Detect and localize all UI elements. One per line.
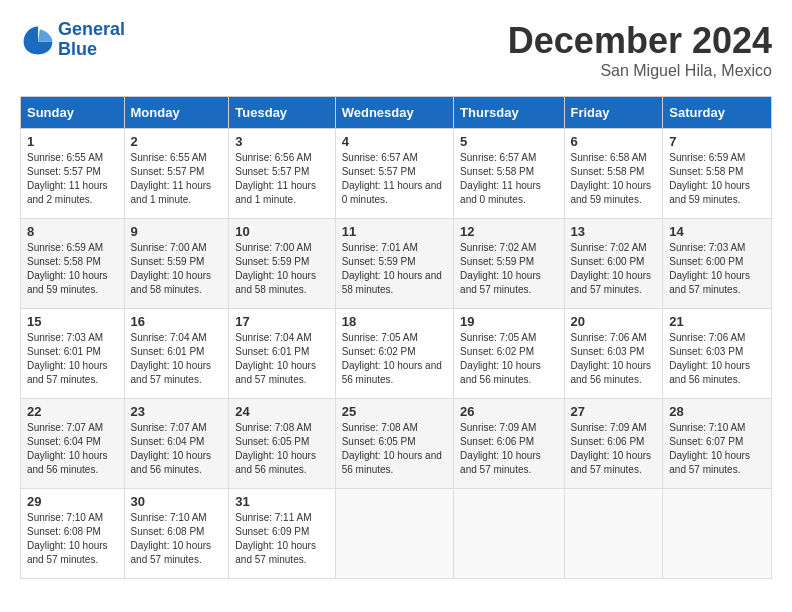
calendar-cell: 5Sunrise: 6:57 AMSunset: 5:58 PMDaylight… bbox=[454, 129, 564, 219]
calendar-cell: 15Sunrise: 7:03 AMSunset: 6:01 PMDayligh… bbox=[21, 309, 125, 399]
day-number: 8 bbox=[27, 224, 118, 239]
calendar-cell: 31Sunrise: 7:11 AMSunset: 6:09 PMDayligh… bbox=[229, 489, 335, 579]
week-row-2: 8Sunrise: 6:59 AMSunset: 5:58 PMDaylight… bbox=[21, 219, 772, 309]
day-info: Sunrise: 7:01 AMSunset: 5:59 PMDaylight:… bbox=[342, 241, 447, 297]
day-number: 7 bbox=[669, 134, 765, 149]
day-info: Sunrise: 7:00 AMSunset: 5:59 PMDaylight:… bbox=[235, 241, 328, 297]
calendar-body: 1Sunrise: 6:55 AMSunset: 5:57 PMDaylight… bbox=[21, 129, 772, 579]
calendar-cell: 3Sunrise: 6:56 AMSunset: 5:57 PMDaylight… bbox=[229, 129, 335, 219]
calendar-cell: 27Sunrise: 7:09 AMSunset: 6:06 PMDayligh… bbox=[564, 399, 663, 489]
day-info: Sunrise: 7:02 AMSunset: 6:00 PMDaylight:… bbox=[571, 241, 657, 297]
col-monday: Monday bbox=[124, 97, 229, 129]
day-info: Sunrise: 7:08 AMSunset: 6:05 PMDaylight:… bbox=[235, 421, 328, 477]
day-number: 25 bbox=[342, 404, 447, 419]
day-info: Sunrise: 7:03 AMSunset: 6:01 PMDaylight:… bbox=[27, 331, 118, 387]
calendar-cell: 23Sunrise: 7:07 AMSunset: 6:04 PMDayligh… bbox=[124, 399, 229, 489]
calendar-cell: 1Sunrise: 6:55 AMSunset: 5:57 PMDaylight… bbox=[21, 129, 125, 219]
day-number: 28 bbox=[669, 404, 765, 419]
day-number: 26 bbox=[460, 404, 557, 419]
day-info: Sunrise: 6:55 AMSunset: 5:57 PMDaylight:… bbox=[131, 151, 223, 207]
week-row-3: 15Sunrise: 7:03 AMSunset: 6:01 PMDayligh… bbox=[21, 309, 772, 399]
day-info: Sunrise: 7:07 AMSunset: 6:04 PMDaylight:… bbox=[27, 421, 118, 477]
calendar-cell: 14Sunrise: 7:03 AMSunset: 6:00 PMDayligh… bbox=[663, 219, 772, 309]
day-info: Sunrise: 6:55 AMSunset: 5:57 PMDaylight:… bbox=[27, 151, 118, 207]
col-sunday: Sunday bbox=[21, 97, 125, 129]
day-number: 22 bbox=[27, 404, 118, 419]
calendar-cell: 4Sunrise: 6:57 AMSunset: 5:57 PMDaylight… bbox=[335, 129, 453, 219]
day-info: Sunrise: 6:59 AMSunset: 5:58 PMDaylight:… bbox=[27, 241, 118, 297]
title-block: December 2024 San Miguel Hila, Mexico bbox=[508, 20, 772, 80]
calendar-cell: 21Sunrise: 7:06 AMSunset: 6:03 PMDayligh… bbox=[663, 309, 772, 399]
calendar-cell: 30Sunrise: 7:10 AMSunset: 6:08 PMDayligh… bbox=[124, 489, 229, 579]
day-info: Sunrise: 7:02 AMSunset: 5:59 PMDaylight:… bbox=[460, 241, 557, 297]
calendar-cell: 9Sunrise: 7:00 AMSunset: 5:59 PMDaylight… bbox=[124, 219, 229, 309]
calendar-cell: 7Sunrise: 6:59 AMSunset: 5:58 PMDaylight… bbox=[663, 129, 772, 219]
calendar-cell: 12Sunrise: 7:02 AMSunset: 5:59 PMDayligh… bbox=[454, 219, 564, 309]
day-number: 14 bbox=[669, 224, 765, 239]
day-number: 2 bbox=[131, 134, 223, 149]
day-info: Sunrise: 7:08 AMSunset: 6:05 PMDaylight:… bbox=[342, 421, 447, 477]
day-info: Sunrise: 7:09 AMSunset: 6:06 PMDaylight:… bbox=[571, 421, 657, 477]
day-number: 21 bbox=[669, 314, 765, 329]
calendar-table: Sunday Monday Tuesday Wednesday Thursday… bbox=[20, 96, 772, 579]
day-info: Sunrise: 7:06 AMSunset: 6:03 PMDaylight:… bbox=[669, 331, 765, 387]
week-row-4: 22Sunrise: 7:07 AMSunset: 6:04 PMDayligh… bbox=[21, 399, 772, 489]
calendar-cell: 18Sunrise: 7:05 AMSunset: 6:02 PMDayligh… bbox=[335, 309, 453, 399]
calendar-cell: 13Sunrise: 7:02 AMSunset: 6:00 PMDayligh… bbox=[564, 219, 663, 309]
calendar-cell: 6Sunrise: 6:58 AMSunset: 5:58 PMDaylight… bbox=[564, 129, 663, 219]
month-title: December 2024 bbox=[508, 20, 772, 62]
calendar-cell: 10Sunrise: 7:00 AMSunset: 5:59 PMDayligh… bbox=[229, 219, 335, 309]
day-number: 27 bbox=[571, 404, 657, 419]
day-number: 17 bbox=[235, 314, 328, 329]
location: San Miguel Hila, Mexico bbox=[508, 62, 772, 80]
calendar-cell bbox=[564, 489, 663, 579]
day-number: 15 bbox=[27, 314, 118, 329]
day-info: Sunrise: 7:09 AMSunset: 6:06 PMDaylight:… bbox=[460, 421, 557, 477]
day-number: 1 bbox=[27, 134, 118, 149]
day-number: 6 bbox=[571, 134, 657, 149]
day-info: Sunrise: 7:00 AMSunset: 5:59 PMDaylight:… bbox=[131, 241, 223, 297]
calendar-header-row: Sunday Monday Tuesday Wednesday Thursday… bbox=[21, 97, 772, 129]
calendar-cell: 16Sunrise: 7:04 AMSunset: 6:01 PMDayligh… bbox=[124, 309, 229, 399]
day-number: 18 bbox=[342, 314, 447, 329]
col-friday: Friday bbox=[564, 97, 663, 129]
day-number: 11 bbox=[342, 224, 447, 239]
day-number: 29 bbox=[27, 494, 118, 509]
day-number: 12 bbox=[460, 224, 557, 239]
day-number: 5 bbox=[460, 134, 557, 149]
calendar-cell: 2Sunrise: 6:55 AMSunset: 5:57 PMDaylight… bbox=[124, 129, 229, 219]
day-info: Sunrise: 7:04 AMSunset: 6:01 PMDaylight:… bbox=[235, 331, 328, 387]
col-thursday: Thursday bbox=[454, 97, 564, 129]
day-number: 23 bbox=[131, 404, 223, 419]
day-number: 24 bbox=[235, 404, 328, 419]
day-info: Sunrise: 7:10 AMSunset: 6:07 PMDaylight:… bbox=[669, 421, 765, 477]
day-info: Sunrise: 6:58 AMSunset: 5:58 PMDaylight:… bbox=[571, 151, 657, 207]
calendar-cell: 19Sunrise: 7:05 AMSunset: 6:02 PMDayligh… bbox=[454, 309, 564, 399]
page-header: General Blue December 2024 San Miguel Hi… bbox=[20, 20, 772, 80]
day-number: 31 bbox=[235, 494, 328, 509]
calendar-cell: 22Sunrise: 7:07 AMSunset: 6:04 PMDayligh… bbox=[21, 399, 125, 489]
day-info: Sunrise: 7:04 AMSunset: 6:01 PMDaylight:… bbox=[131, 331, 223, 387]
day-number: 20 bbox=[571, 314, 657, 329]
calendar-cell: 24Sunrise: 7:08 AMSunset: 6:05 PMDayligh… bbox=[229, 399, 335, 489]
day-number: 3 bbox=[235, 134, 328, 149]
week-row-1: 1Sunrise: 6:55 AMSunset: 5:57 PMDaylight… bbox=[21, 129, 772, 219]
day-info: Sunrise: 7:05 AMSunset: 6:02 PMDaylight:… bbox=[460, 331, 557, 387]
calendar-cell: 26Sunrise: 7:09 AMSunset: 6:06 PMDayligh… bbox=[454, 399, 564, 489]
week-row-5: 29Sunrise: 7:10 AMSunset: 6:08 PMDayligh… bbox=[21, 489, 772, 579]
logo-text: General Blue bbox=[58, 20, 125, 60]
calendar-cell bbox=[335, 489, 453, 579]
day-info: Sunrise: 6:59 AMSunset: 5:58 PMDaylight:… bbox=[669, 151, 765, 207]
col-saturday: Saturday bbox=[663, 97, 772, 129]
calendar-cell: 25Sunrise: 7:08 AMSunset: 6:05 PMDayligh… bbox=[335, 399, 453, 489]
day-info: Sunrise: 7:07 AMSunset: 6:04 PMDaylight:… bbox=[131, 421, 223, 477]
calendar-cell bbox=[663, 489, 772, 579]
day-info: Sunrise: 7:11 AMSunset: 6:09 PMDaylight:… bbox=[235, 511, 328, 567]
day-number: 4 bbox=[342, 134, 447, 149]
calendar-cell bbox=[454, 489, 564, 579]
col-tuesday: Tuesday bbox=[229, 97, 335, 129]
day-info: Sunrise: 7:05 AMSunset: 6:02 PMDaylight:… bbox=[342, 331, 447, 387]
day-info: Sunrise: 7:06 AMSunset: 6:03 PMDaylight:… bbox=[571, 331, 657, 387]
day-number: 16 bbox=[131, 314, 223, 329]
day-number: 19 bbox=[460, 314, 557, 329]
